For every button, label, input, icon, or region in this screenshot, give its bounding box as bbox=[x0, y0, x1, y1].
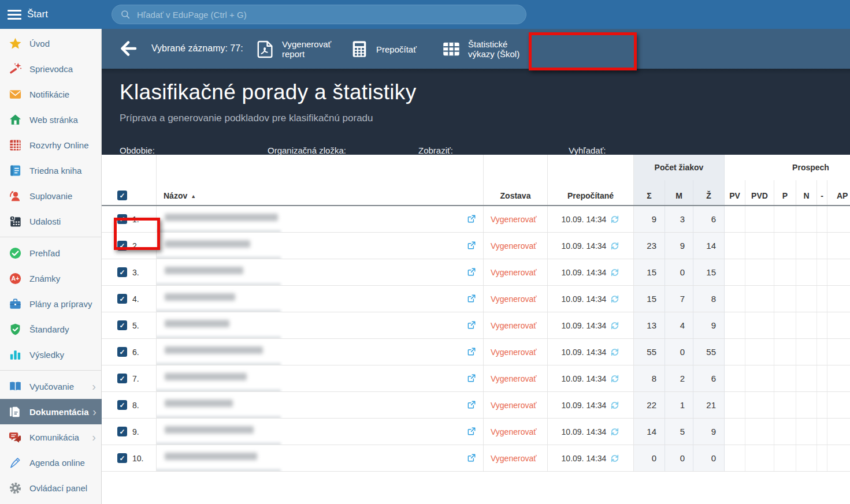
column-header-sum[interactable]: Σ bbox=[634, 180, 665, 205]
global-search[interactable] bbox=[112, 5, 526, 24]
column-header-ap[interactable]: AP bbox=[827, 180, 850, 205]
row-checkbox[interactable]: ✓ bbox=[117, 267, 127, 277]
sidebar-item-znamky[interactable]: Známky › bbox=[0, 266, 101, 291]
refresh-icon[interactable] bbox=[610, 427, 619, 436]
table-row: ✓ 3. Vygenerovať 10.09. 14:34 bbox=[102, 259, 850, 286]
column-header-n[interactable]: N bbox=[796, 180, 817, 205]
generate-link[interactable]: Vygenerovať bbox=[491, 454, 536, 463]
redacted-subtext bbox=[157, 389, 281, 391]
column-header-nazov[interactable]: Názov ▲ bbox=[157, 180, 484, 205]
recalculated-timestamp: 10.09. 14:34 bbox=[562, 268, 607, 277]
external-link-icon[interactable] bbox=[466, 373, 477, 383]
generate-report-button[interactable]: Vygenerovať report bbox=[255, 35, 341, 63]
sidebar-item-vyucovanie[interactable]: Vyučovanie › bbox=[0, 374, 101, 399]
generate-link[interactable]: Vygenerovať bbox=[491, 268, 536, 277]
column-header-dash[interactable]: - bbox=[817, 180, 827, 205]
cell-dash bbox=[817, 233, 827, 259]
column-header-p[interactable]: P bbox=[774, 180, 796, 205]
row-checkbox[interactable]: ✓ bbox=[117, 453, 127, 463]
hamburger-menu-icon[interactable] bbox=[8, 10, 21, 20]
external-link-icon[interactable] bbox=[466, 240, 477, 251]
sidebar-item-rozvrhy-online[interactable]: Rozvrhy Online › bbox=[0, 132, 101, 158]
generate-link[interactable]: Vygenerovať bbox=[491, 215, 536, 224]
row-checkbox[interactable]: ✓ bbox=[117, 320, 127, 330]
refresh-icon[interactable] bbox=[610, 321, 619, 330]
row-checkbox[interactable]: ✓ bbox=[117, 400, 127, 410]
cell-pv bbox=[725, 206, 745, 232]
search-input[interactable] bbox=[136, 9, 518, 20]
group-header-pocet-ziakov: Počet žiakov bbox=[634, 155, 725, 180]
external-link-icon[interactable] bbox=[466, 400, 477, 410]
start-menu-button[interactable]: Štart bbox=[0, 0, 102, 29]
external-link-icon[interactable] bbox=[466, 267, 477, 277]
column-header-pv[interactable]: PV bbox=[725, 180, 745, 205]
sidebar-item-udalosti[interactable]: Udalosti › bbox=[0, 208, 101, 234]
generate-link[interactable]: Vygenerovať bbox=[491, 427, 536, 436]
generate-link[interactable]: Vygenerovať bbox=[491, 294, 536, 304]
redacted-class-name bbox=[165, 267, 243, 274]
statistical-reports-button[interactable]: Štatistické výkazy (Škol) bbox=[441, 35, 527, 63]
sidebar-item-dokumentacia[interactable]: Dokumentácia › bbox=[0, 399, 102, 424]
sidebar-item-notifikacie[interactable]: Notifikácie › bbox=[0, 81, 101, 107]
refresh-icon[interactable] bbox=[610, 348, 619, 357]
external-link-icon[interactable] bbox=[466, 453, 477, 463]
external-link-icon[interactable] bbox=[466, 293, 477, 304]
table-row: ✓ 8. Vygenerovať 10.09. 14:34 bbox=[102, 392, 850, 419]
external-link-icon[interactable] bbox=[466, 346, 477, 357]
sidebar-item-sprievodca[interactable]: Sprievodca › bbox=[0, 56, 101, 81]
row-number: 8. bbox=[132, 401, 139, 410]
external-link-icon[interactable] bbox=[466, 426, 477, 436]
external-link-icon[interactable] bbox=[466, 214, 477, 224]
cell-ap bbox=[827, 233, 850, 259]
cell-z: 21 bbox=[693, 392, 725, 418]
column-header-z[interactable]: Ž bbox=[693, 180, 725, 205]
cell-z: 0 bbox=[693, 445, 725, 471]
sidebar-item-vysledky[interactable]: Výsledky › bbox=[0, 342, 101, 367]
redacted-class-name bbox=[165, 320, 229, 327]
row-checkbox[interactable]: ✓ bbox=[117, 427, 127, 436]
sidebar-item-ovladaci-panel[interactable]: Ovládací panel › bbox=[0, 475, 101, 501]
refresh-icon[interactable] bbox=[610, 374, 619, 383]
generate-link[interactable]: Vygenerovať bbox=[491, 401, 536, 410]
row-checkbox[interactable]: ✓ bbox=[117, 241, 127, 251]
sidebar-item-triedna-kniha[interactable]: Triedna kniha › bbox=[0, 158, 101, 183]
cell-pvd bbox=[745, 365, 774, 391]
refresh-icon[interactable] bbox=[610, 294, 619, 304]
external-link-icon[interactable] bbox=[466, 320, 477, 330]
row-checkbox[interactable]: ✓ bbox=[117, 214, 127, 224]
row-checkbox[interactable]: ✓ bbox=[117, 374, 127, 383]
sidebar-item-label: Udalosti bbox=[29, 216, 61, 226]
row-number: 1. bbox=[132, 215, 139, 224]
recalculate-button[interactable]: Prepočítať bbox=[350, 35, 417, 63]
sidebar-item-label: Komunikácia bbox=[29, 432, 79, 442]
column-header-prepocitane[interactable]: Prepočítané bbox=[548, 180, 634, 205]
cell-ap bbox=[827, 286, 850, 312]
sidebar-item-standardy[interactable]: Štandardy › bbox=[0, 316, 101, 342]
back-arrow-button[interactable] bbox=[118, 39, 138, 58]
generate-link[interactable]: Vygenerovať bbox=[491, 241, 536, 251]
row-checkbox[interactable]: ✓ bbox=[117, 347, 127, 357]
select-all-checkbox[interactable]: ✓ bbox=[117, 191, 127, 200]
sidebar-item-komunikacia[interactable]: Komunikácia › bbox=[0, 424, 101, 450]
column-header-pvd[interactable]: PVD bbox=[745, 180, 774, 205]
generate-link[interactable]: Vygenerovať bbox=[491, 374, 536, 383]
cell-ap bbox=[827, 339, 850, 365]
column-header-zostava[interactable]: Zostava bbox=[484, 180, 548, 205]
refresh-icon[interactable] bbox=[610, 241, 619, 251]
generate-link[interactable]: Vygenerovať bbox=[491, 321, 536, 330]
generate-link[interactable]: Vygenerovať bbox=[491, 348, 536, 357]
sidebar-item-uvod[interactable]: Úvod › bbox=[0, 31, 101, 56]
column-header-m[interactable]: M bbox=[665, 180, 693, 205]
sidebar-item-web-stranka[interactable]: Web stránka › bbox=[0, 107, 101, 132]
cell-z: 15 bbox=[693, 259, 725, 285]
refresh-icon[interactable] bbox=[610, 401, 619, 410]
sidebar-item-suplovanie[interactable]: Suplovanie › bbox=[0, 183, 101, 208]
refresh-icon[interactable] bbox=[610, 215, 619, 224]
sidebar-item-plany-a-pripravy[interactable]: Plány a prípravy › bbox=[0, 291, 101, 316]
refresh-icon[interactable] bbox=[610, 454, 619, 463]
cell-sum: 55 bbox=[634, 339, 665, 365]
sidebar-item-agenda-online[interactable]: Agenda online › bbox=[0, 450, 101, 475]
row-checkbox[interactable]: ✓ bbox=[117, 294, 127, 304]
sidebar-item-prehlad[interactable]: Prehľad › bbox=[0, 240, 101, 266]
refresh-icon[interactable] bbox=[610, 268, 619, 277]
